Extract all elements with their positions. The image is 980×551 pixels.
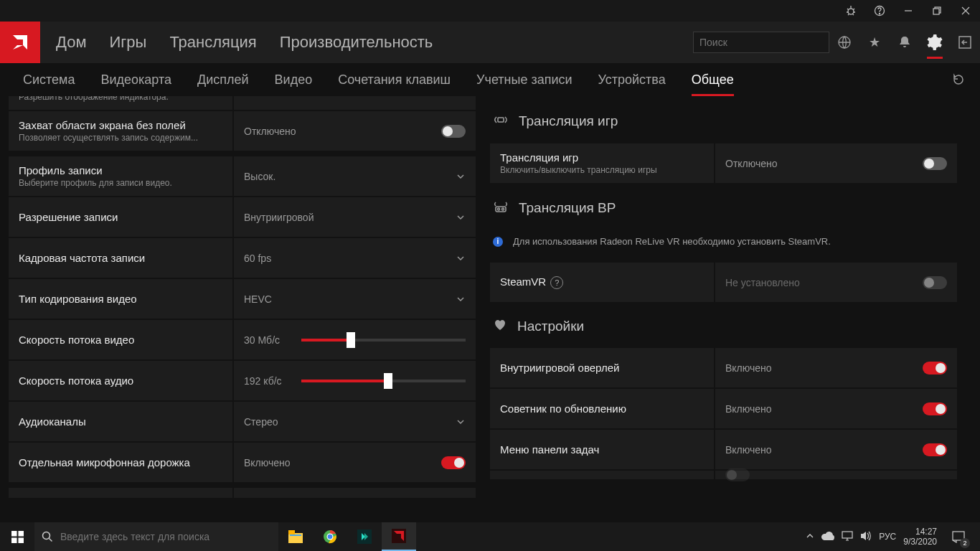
- toggle[interactable]: [923, 402, 947, 415]
- tab-general[interactable]: Общее: [679, 72, 747, 88]
- svg-point-11: [502, 208, 504, 210]
- row-record-fps[interactable]: Кадровая частота записи 60 fps: [9, 238, 476, 278]
- tray-volume-icon[interactable]: [860, 531, 872, 543]
- start-button[interactable]: [0, 522, 34, 551]
- help-icon[interactable]: [865, 0, 894, 22]
- tray-onedrive-icon[interactable]: [821, 532, 834, 542]
- reset-icon[interactable]: [947, 68, 970, 91]
- taskbar-app-chrome[interactable]: [313, 522, 347, 551]
- toggle[interactable]: [441, 125, 466, 138]
- settings-icon[interactable]: [920, 22, 950, 63]
- toggle: [923, 276, 947, 289]
- tab-accounts[interactable]: Учетные записи: [463, 72, 585, 88]
- tray-clock[interactable]: 14:279/3/2020: [903, 527, 937, 547]
- row-overlay[interactable]: Внутриигровой оверлей Включено: [490, 348, 957, 387]
- svg-point-2: [879, 13, 880, 14]
- sub-nav: Система Видеокарта Дисплей Видео Сочетан…: [0, 63, 980, 96]
- label: Захват области экрана без полей: [19, 119, 222, 131]
- toggle[interactable]: [923, 157, 947, 170]
- nav-streaming[interactable]: Трансляция: [169, 33, 256, 52]
- close-icon[interactable]: [951, 0, 980, 22]
- svg-point-16: [43, 532, 50, 540]
- tab-video[interactable]: Видео: [262, 72, 326, 88]
- web-icon[interactable]: [829, 22, 859, 63]
- row-capture-borderless[interactable]: Захват области экрана без полейПозволяет…: [9, 111, 476, 151]
- tab-hotkeys[interactable]: Сочетания клавиш: [325, 72, 463, 88]
- row-steamvr[interactable]: SteamVR? Не установлено: [490, 263, 957, 302]
- main-nav: Дом Игры Трансляция Производительность ★: [0, 22, 980, 63]
- vr-icon: [493, 199, 509, 217]
- tray-chevron-up-icon[interactable]: [806, 532, 814, 542]
- taskbar-search-input[interactable]: [60, 531, 271, 542]
- minimize-icon[interactable]: [894, 0, 923, 22]
- search-input[interactable]: [699, 37, 825, 48]
- toggle[interactable]: [923, 362, 947, 375]
- taskbar-app-filmora[interactable]: [347, 522, 382, 551]
- row-indicator: Разрешить отображение индикатора.: [9, 96, 476, 110]
- svg-rect-14: [11, 537, 17, 543]
- bug-icon[interactable]: [837, 0, 865, 22]
- chevron-down-icon: [456, 171, 466, 182]
- maximize-icon[interactable]: [923, 0, 951, 22]
- row-audio-channels[interactable]: Аудиоканалы Стерео: [9, 402, 476, 441]
- chevron-down-icon: [456, 417, 466, 427]
- tray-notifications-icon[interactable]: 2: [944, 522, 973, 551]
- svg-rect-12: [11, 531, 17, 537]
- windows-taskbar: РУС 14:279/3/2020 2: [0, 522, 980, 551]
- tab-devices[interactable]: Устройства: [585, 72, 679, 88]
- search-box[interactable]: [693, 32, 829, 53]
- row-mic-track[interactable]: Отдельная микрофонная дорожка Включено: [9, 443, 476, 482]
- row-game-streaming[interactable]: Трансляция игрВключить/выключить трансля…: [490, 143, 957, 183]
- chevron-down-icon: [456, 212, 466, 222]
- taskbar-search[interactable]: [34, 522, 278, 551]
- nav-games[interactable]: Игры: [110, 33, 147, 52]
- tab-gpu[interactable]: Видеокарта: [88, 72, 185, 88]
- bell-icon[interactable]: [890, 22, 920, 63]
- exit-icon[interactable]: [950, 22, 980, 63]
- amd-logo[interactable]: [0, 22, 40, 63]
- section-game-streaming: Трансляция игр: [490, 102, 957, 138]
- left-column: Разрешить отображение индикатора. Захват…: [9, 102, 476, 522]
- row-record-resolution[interactable]: Разрешение записи Внутриигровой: [9, 197, 476, 237]
- svg-point-10: [498, 208, 500, 210]
- row-video-bitrate[interactable]: Скорость потока видео 30 Мб/с: [9, 320, 476, 359]
- svg-rect-19: [290, 534, 301, 536]
- system-tray: РУС 14:279/3/2020 2: [798, 522, 980, 551]
- row-update-advisor[interactable]: Советник по обновлению Включено: [490, 389, 957, 428]
- tray-network-icon[interactable]: [842, 531, 853, 543]
- svg-rect-25: [842, 532, 852, 538]
- svg-rect-15: [18, 537, 24, 543]
- broadcast-icon: [493, 112, 509, 131]
- nav-performance[interactable]: Производительность: [280, 33, 433, 52]
- row-record-profile[interactable]: Профиль записиВыберите профиль для запис…: [9, 156, 476, 196]
- taskbar-app-explorer[interactable]: [278, 522, 313, 551]
- video-bitrate-slider[interactable]: [301, 339, 466, 342]
- bookmark-icon[interactable]: ★: [859, 22, 890, 63]
- titlebar: [0, 0, 980, 22]
- tab-display[interactable]: Дисплей: [184, 72, 262, 88]
- svg-rect-18: [288, 530, 295, 534]
- tray-language[interactable]: РУС: [879, 532, 896, 542]
- row-encoder[interactable]: Тип кодирования видео HEVC: [9, 279, 476, 319]
- audio-bitrate-slider[interactable]: [301, 380, 466, 382]
- content: Разрешить отображение индикатора. Захват…: [0, 96, 980, 522]
- heart-icon: [493, 318, 507, 335]
- nav-home[interactable]: Дом: [56, 33, 87, 52]
- chevron-down-icon: [456, 294, 466, 304]
- row-audio-bitrate[interactable]: Скорость потока аудио 192 кб/с: [9, 361, 476, 400]
- row-peek: [490, 471, 957, 479]
- help-icon[interactable]: ?: [550, 276, 563, 289]
- vr-info: i Для использования Radeon ReLive VR нео…: [490, 230, 957, 257]
- svg-rect-13: [18, 531, 24, 537]
- chevron-down-icon: [456, 253, 466, 263]
- row-tray-menu[interactable]: Меню панели задач Включено: [490, 430, 957, 469]
- toggle[interactable]: [923, 443, 947, 456]
- right-column: Трансляция игр Трансляция игрВключить/вы…: [490, 102, 971, 522]
- search-icon: [42, 531, 53, 542]
- toggle[interactable]: [441, 456, 466, 469]
- taskbar-app-radeon[interactable]: [382, 522, 416, 551]
- section-preferences: Настройки: [490, 308, 957, 342]
- svg-point-0: [848, 9, 854, 14]
- tab-system[interactable]: Система: [10, 72, 88, 88]
- section-vr-streaming: Трансляция ВР: [490, 189, 957, 225]
